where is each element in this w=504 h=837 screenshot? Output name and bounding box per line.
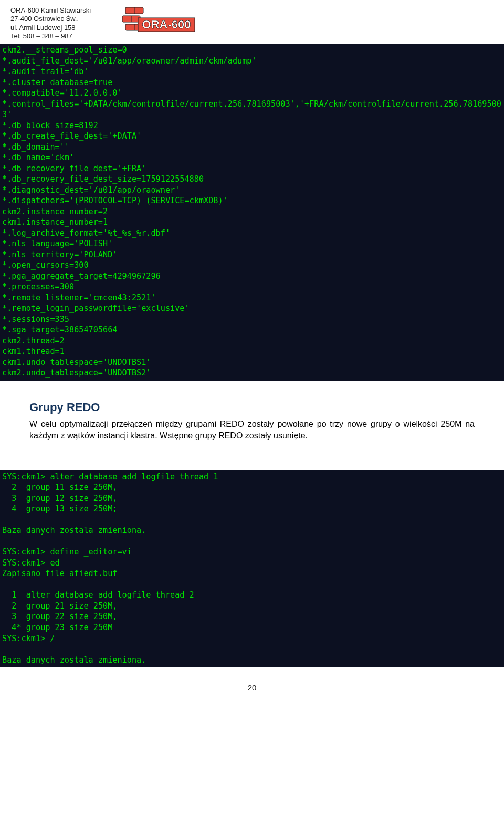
terminal-line <box>2 644 502 655</box>
terminal-line: *.db_block_size=8192 <box>2 120 502 131</box>
section-body: W celu optymalizacji przełączeń między g… <box>29 418 475 442</box>
terminal-line: 1 alter database add logfile thread 2 <box>2 590 502 601</box>
terminal-line: SYS:ckm1> ed <box>2 558 502 569</box>
terminal-line: *.nls_language='POLISH' <box>2 238 502 249</box>
terminal-line: SYS:ckm1> define _editor=vi <box>2 547 502 558</box>
ora600-logo-icon: ORA-600 <box>122 5 199 40</box>
terminal-line <box>2 579 502 590</box>
header-tel: Tel: 508 – 348 – 987 <box>10 32 91 40</box>
terminal-line: Baza danych zostala zmieniona. <box>2 655 502 666</box>
terminal-line: SYS:ckm1> alter database add logfile thr… <box>2 472 502 483</box>
section-title: Grupy REDO <box>29 401 475 414</box>
header-line3: ul. Armii Ludowej 158 <box>10 24 91 32</box>
terminal-line: *.db_name='ckm' <box>2 152 502 163</box>
terminal-line: *.diagnostic_dest='/u01/app/oraowner' <box>2 185 502 196</box>
terminal-block-redo: SYS:ckm1> alter database add logfile thr… <box>0 470 504 667</box>
terminal-line: ckm1.undo_tablespace='UNDOTBS1' <box>2 357 502 368</box>
terminal-line: *.compatible='11.2.0.0.0' <box>2 88 502 99</box>
terminal-line: ckm2.instance_number=2 <box>2 206 502 217</box>
terminal-line: 2 group 21 size 250M, <box>2 601 502 612</box>
terminal-line: *.remote_listener='cmcen43:2521' <box>2 292 502 304</box>
terminal-line: 2 group 11 size 250M, <box>2 482 502 493</box>
terminal-line <box>2 536 502 547</box>
terminal-line: *.remote_login_passwordfile='exclusive' <box>2 303 502 314</box>
document-header: ORA-600 Kamil Stawiarski 27-400 Ostrowie… <box>0 0 504 44</box>
terminal-line: SYS:ckm1> / <box>2 633 502 644</box>
terminal-line: 3 group 12 size 250M, <box>2 493 502 504</box>
header-line1: ORA-600 Kamil Stawiarski <box>10 6 91 15</box>
terminal-line: *.audit_file_dest='/u01/app/oraowner/adm… <box>2 56 502 67</box>
terminal-line: ckm1.instance_number=1 <box>2 217 502 228</box>
terminal-line: *.nls_territory='POLAND' <box>2 249 502 260</box>
terminal-line: 3 group 22 size 250M, <box>2 611 502 622</box>
terminal-line: *.log_archive_format='%t_%s_%r.dbf' <box>2 228 502 239</box>
terminal-line: 4 group 13 size 250M; <box>2 504 502 515</box>
terminal-line <box>2 515 502 526</box>
terminal-line: *.audit_trail='db' <box>2 66 502 77</box>
terminal-line: *.dispatchers='(PROTOCOL=TCP) (SERVICE=c… <box>2 195 502 206</box>
header-tel-value: 508 – 348 – 987 <box>21 32 72 40</box>
terminal-line: ckm2.__streams_pool_size=0 <box>2 45 502 56</box>
terminal-line: *.db_create_file_dest='+DATA' <box>2 131 502 142</box>
logo: ORA-600 <box>122 5 199 40</box>
terminal-line: *.cluster_database=true <box>2 77 502 88</box>
terminal-line: Baza danych zostala zmieniona. <box>2 525 502 536</box>
terminal-block-pfile: ckm2.__streams_pool_size=0*.audit_file_d… <box>0 44 504 381</box>
terminal-line: ckm2.undo_tablespace='UNDOTBS2' <box>2 368 502 379</box>
terminal-line: ckm2.thread=2 <box>2 336 502 347</box>
header-line2: 27-400 Ostrowiec Św., <box>10 15 91 23</box>
header-tel-label: Tel: <box>10 32 21 40</box>
terminal-line: ckm1.thread=1 <box>2 346 502 357</box>
terminal-line: *.sga_target=38654705664 <box>2 325 502 336</box>
terminal-line: *.db_domain='' <box>2 142 502 153</box>
terminal-line: 4* group 23 size 250M <box>2 622 502 633</box>
terminal-line: *.db_recovery_file_dest='+FRA' <box>2 163 502 174</box>
terminal-line: Zapisano file afiedt.buf <box>2 568 502 579</box>
terminal-line: *.control_files='+DATA/ckm/controlfile/c… <box>2 99 502 120</box>
logo-text: ORA-600 <box>142 18 191 31</box>
header-address: ORA-600 Kamil Stawiarski 27-400 Ostrowie… <box>10 6 91 40</box>
terminal-line: *.sessions=335 <box>2 314 502 325</box>
terminal-line: *.pga_aggregate_target=4294967296 <box>2 271 502 282</box>
terminal-line: *.open_cursors=300 <box>2 260 502 271</box>
terminal-line: *.db_recovery_file_dest_size=17591225548… <box>2 174 502 185</box>
terminal-line: *.processes=300 <box>2 281 502 292</box>
page-number: 20 <box>0 683 504 692</box>
